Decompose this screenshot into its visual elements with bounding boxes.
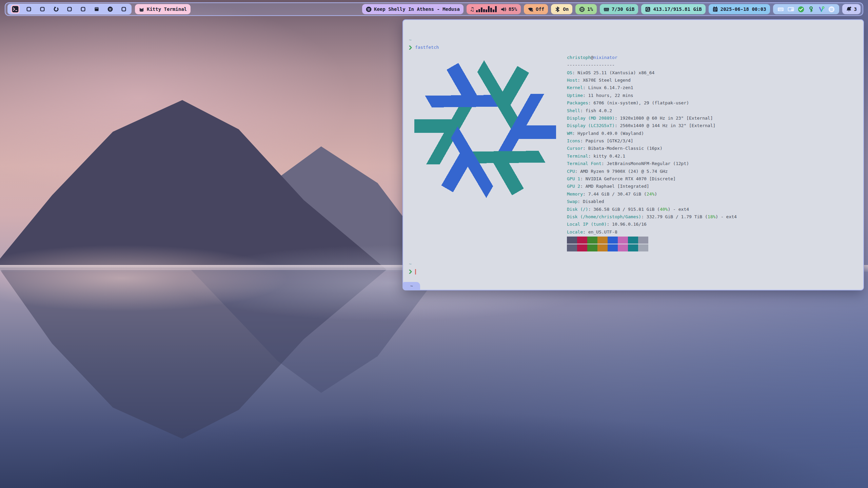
palette-swatch <box>567 237 577 244</box>
workspace-empty-icon <box>40 6 45 12</box>
tab-home[interactable]: ~ <box>403 282 420 290</box>
palette-swatch <box>638 244 648 251</box>
prompt-path-2: ~ <box>409 260 412 268</box>
fastfetch-line: Packages: 6706 (nix-system), 29 (flatpak… <box>567 99 737 107</box>
workspace-window-icon <box>94 6 99 12</box>
fastfetch-line: Locale: en_US.UTF-8 <box>567 228 737 236</box>
prompt-path-line-2: ~ <box>409 260 859 268</box>
terminal-color-palette <box>567 244 737 251</box>
fastfetch-line: Cursor: Bibata-Modern-Classic (16px) <box>567 145 737 152</box>
visualizer-bar <box>483 9 485 12</box>
workspace-3[interactable] <box>38 5 47 14</box>
prompt-symbol-icon <box>409 269 412 274</box>
bell-icon <box>846 6 852 12</box>
disk-widget[interactable]: 413.17/915.81 GiB <box>641 4 705 14</box>
window-title-label: Kitty Terminal <box>147 6 187 12</box>
clock-value: 2025-06-18 00:03 <box>721 6 766 12</box>
clock-widget[interactable]: 2025-06-18 00:03 <box>709 4 770 14</box>
workspace-6[interactable] <box>79 5 87 14</box>
media-widget[interactable]: Keep Shelly In Athens - Medusa <box>362 4 463 14</box>
text-cursor <box>415 269 416 274</box>
bar-left-group: Kitty Terminal <box>7 4 191 15</box>
workspace-empty-icon <box>80 6 86 12</box>
workspace-empty-icon <box>26 6 32 12</box>
bar-right-group: 85%OffOn1%7/30 GiB413.17/915.81 GiB2025-… <box>497 4 861 14</box>
visualizer-bar <box>490 8 492 12</box>
check-tray-icon[interactable] <box>798 6 804 13</box>
palette-swatch <box>587 237 597 244</box>
fastfetch-line: Icons: Papirus [GTK2/3/4] <box>567 137 737 145</box>
cpu-widget[interactable]: 1% <box>575 4 597 14</box>
prompt-path: ~ <box>409 36 412 44</box>
fastfetch-line: Shell: fish 4.0.2 <box>567 107 737 115</box>
workspace-9[interactable] <box>119 5 128 14</box>
wifi-off-icon <box>528 6 533 12</box>
speaker-icon <box>500 6 506 12</box>
palette-swatch <box>628 237 638 244</box>
palette-swatch <box>577 244 587 251</box>
bar-center-group: Keep Shelly In Athens - Medusa ♫ <box>362 4 512 14</box>
hdd-icon <box>645 6 651 12</box>
fastfetch-line: Disk (/): 366.58 GiB / 915.81 GiB (40%) … <box>567 206 737 213</box>
fastfetch-line: Host: X670E Steel Legend <box>567 77 737 84</box>
workspace-7[interactable] <box>92 5 101 14</box>
bluetooth-icon <box>555 6 560 12</box>
disk-value: 413.17/915.81 GiB <box>653 6 702 12</box>
key-tray-icon[interactable] <box>808 6 814 13</box>
memory-value: 7/30 GiB <box>612 6 634 12</box>
system-tray <box>773 4 839 14</box>
bluetooth-widget[interactable]: On <box>551 4 572 14</box>
palette-swatch <box>567 244 577 251</box>
palette-swatch <box>587 244 597 251</box>
prompt-symbol-icon <box>409 45 412 50</box>
workspace-fire-icon <box>53 6 59 12</box>
visualizer-bar <box>493 9 494 12</box>
fastfetch-separator: ------------------ <box>567 61 737 69</box>
visualizer-bar <box>478 9 480 12</box>
memory-widget[interactable]: 7/30 GiB <box>600 4 638 14</box>
terminal-content: ~ fastfetch christoph@nixinator---------… <box>403 20 863 290</box>
palette-swatch <box>628 244 638 251</box>
palette-swatch <box>638 237 648 244</box>
bluetooth-value: On <box>563 6 569 12</box>
palette-swatch <box>608 244 618 251</box>
fastfetch-info: christoph@nixinator------------------OS:… <box>561 54 737 251</box>
workspace-spotify-icon <box>107 6 113 12</box>
palette-swatch <box>608 237 618 244</box>
palette-swatch <box>618 244 628 251</box>
fastfetch-line: Display (MD 20889): 1920x1080 @ 60 Hz in… <box>567 115 737 122</box>
palette-swatch <box>618 237 628 244</box>
vesktop-tray-icon[interactable] <box>818 6 825 13</box>
terminal-window[interactable]: ~ fastfetch christoph@nixinator---------… <box>402 19 864 290</box>
nixos-logo <box>409 54 561 251</box>
palette-swatch <box>597 237 608 244</box>
workspace-2[interactable] <box>24 5 33 14</box>
notifications-widget[interactable]: 3 <box>842 4 861 14</box>
fastfetch-line: Terminal: kitty 0.42.1 <box>567 152 737 160</box>
volume-widget[interactable]: 85% <box>497 4 521 14</box>
empty-prompt-line <box>409 268 859 276</box>
screencast-tray-icon[interactable] <box>788 6 794 13</box>
workspace-8[interactable] <box>106 5 115 14</box>
spotify-light-tray-icon[interactable] <box>828 6 835 13</box>
status-bar: Kitty Terminal Keep Shelly In Athens - M… <box>5 2 863 16</box>
network-widget[interactable]: Off <box>524 4 548 14</box>
fastfetch-output: christoph@nixinator------------------OS:… <box>409 54 859 251</box>
visualizer-bar <box>476 10 478 12</box>
keyboard-tray-icon[interactable] <box>777 6 784 13</box>
workspace-empty-icon <box>67 6 72 12</box>
workspace-empty-icon <box>121 6 126 12</box>
fastfetch-line: CPU: AMD Ryzen 9 7900X (24) @ 5.74 GHz <box>567 168 737 175</box>
volume-value: 85% <box>509 6 517 12</box>
workspace-5[interactable] <box>65 5 74 14</box>
kitty-tab-bar: ~ <box>403 282 863 290</box>
network-value: Off <box>536 6 544 12</box>
workspace-4[interactable] <box>52 5 60 14</box>
fastfetch-line: Disk (/home/christoph/Games): 332.79 GiB… <box>567 213 737 221</box>
visualizer-bar <box>486 9 487 12</box>
command-line: fastfetch <box>409 44 859 51</box>
workspace-1-active[interactable] <box>11 5 20 14</box>
workspace-switcher <box>7 4 132 15</box>
fastfetch-line: Local IP (tun0): 10.96.0.16/16 <box>567 221 737 228</box>
active-window-title[interactable]: Kitty Terminal <box>135 4 191 14</box>
